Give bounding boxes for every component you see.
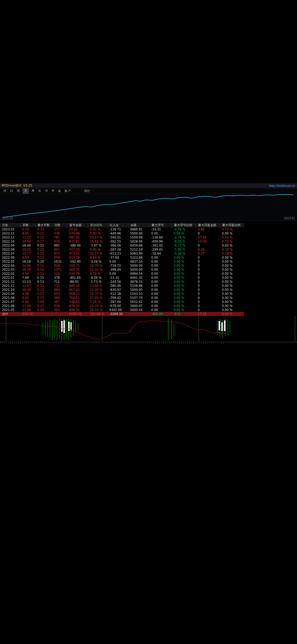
table-cell: 5000.00 xyxy=(128,288,149,292)
menu-item-path[interactable]: 路径 xyxy=(83,189,91,193)
table-row[interactable]: 2022.0714.770.22837473.3110.27 %-613.235… xyxy=(0,252,244,256)
table-cell: 11.13 xyxy=(20,280,35,284)
table-cell: 9.70 % xyxy=(88,272,107,276)
column-header[interactable]: 最大浮亏 xyxy=(149,223,172,227)
table-cell: 5052.61 xyxy=(128,300,149,304)
table-cell: 1031 xyxy=(52,260,67,264)
table-cell: 7.18 % xyxy=(88,300,107,304)
table-cell: -262.55 xyxy=(107,239,128,244)
table-row[interactable]: 2021.076.560.09367338.647.18 %-287.00505… xyxy=(0,300,244,304)
column-header[interactable]: 百分比% xyxy=(88,223,107,227)
table-cell: 568.23 xyxy=(67,292,88,296)
table-cell: 0.00 % xyxy=(220,268,244,272)
table-cell: 2022.12 xyxy=(0,231,20,235)
table-cell: -678.00 xyxy=(107,304,128,308)
table-cell: -162.90 xyxy=(67,260,88,264)
table-cell: 0.00 xyxy=(149,284,172,288)
monthly-detail-chart[interactable] xyxy=(0,317,297,343)
table-row[interactable]: 2021.098.960.07693568.2312.37 %-512.3851… xyxy=(0,292,244,296)
table-row[interactable]: 2022.0414.090.11929718.7216.79 %-718.725… xyxy=(0,264,244,268)
table-cell: -287.28 xyxy=(107,248,128,252)
table-cell: 0.00 % xyxy=(172,268,196,272)
table-cell: 0.00 % xyxy=(172,284,196,288)
column-header[interactable]: 最大浮盈比例 xyxy=(220,223,244,227)
menu-item-币[interactable]: 币 xyxy=(44,189,49,193)
menu-item-M[interactable]: M xyxy=(51,189,55,193)
table-row[interactable]: 2022.0918.400.22991-386.46-7.97 %-366.06… xyxy=(0,244,244,248)
table-row[interactable]: 2022.1019.060.27936831.8119.82 %-262.555… xyxy=(0,239,244,244)
column-header[interactable]: 次数 xyxy=(52,223,67,227)
table-cell: 16.24 % xyxy=(88,308,107,312)
table-cell: 5223.88 xyxy=(128,256,149,260)
candles-svg xyxy=(0,317,297,343)
table-cell: 0 xyxy=(196,288,220,292)
table-cell: 5169.98 xyxy=(128,235,149,239)
table-cell: 0.00 % xyxy=(220,272,244,276)
table-row[interactable]: 2022.0816.050.22861415.508.66 %-287.2852… xyxy=(0,248,244,252)
menu-item-月[interactable]: 月 xyxy=(23,189,28,194)
menubar-items: 综日周月季年币M备账户 xyxy=(3,189,71,194)
table-row[interactable]: 2022.017.690.15378-401.65-8.26 %-15.3144… xyxy=(0,276,244,280)
table-cell: -830.97 xyxy=(107,288,128,292)
table-cell: 0.11 xyxy=(35,264,52,268)
table-row[interactable]: 2022.1112.120.11782681.0515.17 %-540.015… xyxy=(0,235,244,239)
table-row[interactable]: 2023.019.740.3357720.620.42 %-139.714880… xyxy=(0,227,244,231)
column-header[interactable]: 盈亏金额 xyxy=(67,223,88,227)
table-cell: 14.09 xyxy=(20,264,35,268)
table-cell: 10.27 % xyxy=(88,252,107,256)
column-header[interactable]: 最大浮盈金额 xyxy=(196,223,220,227)
table-cell: -512.38 xyxy=(107,292,128,296)
menu-item-年[interactable]: 年 xyxy=(38,189,42,193)
table-row[interactable]: 2021.1112.070.11755689.3415.60 %-580.465… xyxy=(0,284,244,288)
menu-item-综[interactable]: 综 xyxy=(3,189,7,193)
column-header[interactable]: 最大浮亏比例 xyxy=(172,223,196,227)
menu-item-日[interactable]: 日 xyxy=(9,189,14,193)
table-row[interactable]: 2022.0316.390.161071504.3511.22 %-398.49… xyxy=(0,268,244,272)
equity-curve-line xyxy=(3,195,293,217)
table-row[interactable]: 2022.068.900.13659424.388.84 %-37.605223… xyxy=(0,256,244,260)
table-row[interactable]: 2021.1018.300.11884667.4215.40 %-830.975… xyxy=(0,288,244,292)
table-cell: 14.77 xyxy=(20,252,35,256)
table-cell: 0.18 % xyxy=(220,248,244,252)
table-cell: 782 xyxy=(52,235,67,239)
table-row[interactable]: 2022.029.440.13524432.799.70 %0.004894.1… xyxy=(0,272,244,276)
table-cell: 2022.10 xyxy=(0,239,20,244)
table-row[interactable]: 2021.0611.440.27638678.4315.70 %-678.005… xyxy=(0,304,244,308)
column-header[interactable]: 出入金 xyxy=(107,223,128,227)
table-cell: 0.00 xyxy=(149,272,172,276)
table-cell: 0 xyxy=(196,260,220,264)
table-row[interactable]: 2021.0511.060.46393698.5416.24 %4302.005… xyxy=(0,308,244,312)
column-header[interactable]: 余额 xyxy=(128,223,149,227)
table-cell: 8.65 xyxy=(20,231,35,235)
table-cell: 0.00 % xyxy=(220,280,244,284)
table-cell: 0.00 % xyxy=(172,231,196,235)
menu-item-周[interactable]: 周 xyxy=(16,189,20,193)
equity-chart[interactable]: 2021.05 2023.01 xyxy=(0,194,297,221)
table-row[interactable]: 2022.0516.190.201031-162.90-3.26 %0.0048… xyxy=(0,260,244,264)
column-header[interactable]: 手数 xyxy=(20,223,35,227)
app-url-link[interactable]: http://mtdriver.cn xyxy=(269,184,295,187)
column-header[interactable]: 月份 xyxy=(0,223,20,227)
table-row[interactable]: 2022.128.650.11536279.985.93 %-449.96500… xyxy=(0,231,244,235)
table-cell: 11.06 xyxy=(20,308,35,312)
table-row[interactable]: 2021.088.470.17568764.1117.59 %-709.0251… xyxy=(0,296,244,300)
table-total-row: 合计254.728150.22185.68 %-3269.31-400.96-8… xyxy=(0,312,244,316)
table-cell: 0.07 xyxy=(35,292,52,296)
menu-item-账户[interactable]: 账户 xyxy=(64,189,71,193)
table-row[interactable]: 2021.1211.130.13711-86.01-1.73 %-144.564… xyxy=(0,280,244,284)
table-cell: 0.00 xyxy=(107,260,128,264)
app-title: MTDriver统计 ,V3.25 xyxy=(2,183,32,188)
table-cell: 0.15 xyxy=(35,276,52,280)
table-cell: 568 xyxy=(52,296,67,300)
table-cell: 0.33 % xyxy=(220,239,244,244)
menu-item-季[interactable]: 季 xyxy=(31,189,35,193)
table-cell: 0.00 % xyxy=(172,272,196,276)
x-axis-end-label: 2023.01 xyxy=(284,217,295,220)
total-cell: -8 % xyxy=(172,312,196,316)
table-cell: 4.88 xyxy=(196,227,220,231)
table-cell: 0.00 % xyxy=(220,304,244,308)
table-cell: 0.13 xyxy=(35,272,52,276)
table-cell: 19.82 % xyxy=(88,239,107,244)
menu-item-备[interactable]: 备 xyxy=(57,189,62,193)
column-header[interactable]: 最大手数 xyxy=(35,223,52,227)
